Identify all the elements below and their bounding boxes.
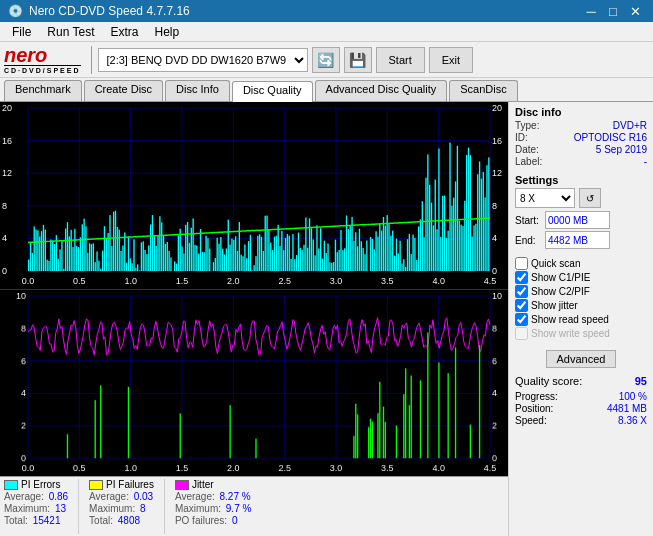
speed-display-label: Speed: — [515, 415, 547, 426]
pi-errors-total: Total: 15421 — [4, 515, 68, 526]
jitter-po-label: PO failures: — [175, 515, 227, 526]
legend-divider-1 — [78, 479, 79, 534]
speed-row: 8 X ↺ — [515, 188, 647, 208]
disc-id-row: ID: OPTODISC R16 — [515, 132, 647, 143]
show-read-speed-checkbox[interactable] — [515, 313, 528, 326]
disc-date-row: Date: 5 Sep 2019 — [515, 144, 647, 155]
pi-failures-average: Average: 0.03 — [89, 491, 154, 502]
disc-date-value: 5 Sep 2019 — [596, 144, 647, 155]
legend-jitter-header: Jitter — [175, 479, 251, 490]
jitter-color — [175, 480, 189, 490]
position-row: Position: 4481 MB — [515, 403, 647, 414]
settings-section: Settings 8 X ↺ Start: End: — [515, 174, 647, 251]
pi-failures-maximum: Maximum: 8 — [89, 503, 154, 514]
disc-type-label: Type: — [515, 120, 539, 131]
top-chart-canvas — [0, 102, 508, 289]
speed-display-row: Speed: 8.36 X — [515, 415, 647, 426]
close-button[interactable]: ✕ — [625, 2, 645, 20]
show-read-speed-label: Show read speed — [531, 314, 609, 325]
nero-logo-text: nero — [4, 45, 47, 65]
pi-failures-avg-value: 0.03 — [134, 491, 153, 502]
pi-errors-color — [4, 480, 18, 490]
quality-score-value: 95 — [635, 375, 647, 387]
right-panel: Disc info Type: DVD+R ID: OPTODISC R16 D… — [508, 102, 653, 536]
jitter-label: Jitter — [192, 479, 214, 490]
legend-pi-failures-header: PI Failures — [89, 479, 154, 490]
legend-pi-failures: PI Failures Average: 0.03 Maximum: 8 Tot… — [89, 479, 154, 527]
tab-disc-quality[interactable]: Disc Quality — [232, 81, 313, 102]
tab-bar: Benchmark Create Disc Disc Info Disc Qua… — [0, 78, 653, 102]
quick-scan-row: Quick scan — [515, 257, 647, 270]
exit-button[interactable]: Exit — [429, 47, 473, 73]
progress-value: 100 % — [619, 391, 647, 402]
pi-failures-color — [89, 480, 103, 490]
save-button[interactable]: 💾 — [344, 47, 372, 73]
show-c2pif-checkbox[interactable] — [515, 285, 528, 298]
show-write-speed-checkbox[interactable] — [515, 327, 528, 340]
speed-select[interactable]: 8 X — [515, 188, 575, 208]
start-button[interactable]: Start — [376, 47, 425, 73]
chart-bottom — [0, 289, 508, 477]
show-c1pie-label: Show C1/PIE — [531, 272, 590, 283]
nero-logo: nero CD·DVD/SPEED — [4, 45, 81, 74]
tab-disc-info[interactable]: Disc Info — [165, 80, 230, 101]
show-write-speed-row: Show write speed — [515, 327, 647, 340]
drive-select[interactable]: [2:3] BENQ DVD DD DW1620 B7W9 — [98, 48, 308, 72]
quick-scan-label: Quick scan — [531, 258, 580, 269]
tab-benchmark[interactable]: Benchmark — [4, 80, 82, 101]
pi-errors-total-label: Total: — [4, 515, 28, 526]
show-jitter-checkbox[interactable] — [515, 299, 528, 312]
refresh-button[interactable]: 🔄 — [312, 47, 340, 73]
tab-advanced-disc-quality[interactable]: Advanced Disc Quality — [315, 80, 448, 101]
disc-label-row: Label: - — [515, 156, 647, 167]
pi-errors-max-label: Maximum: — [4, 503, 50, 514]
end-input[interactable] — [545, 231, 610, 249]
speed-display-value: 8.36 X — [618, 415, 647, 426]
jitter-po-value: 0 — [232, 515, 238, 526]
show-read-speed-row: Show read speed — [515, 313, 647, 326]
pi-failures-max-value: 8 — [140, 503, 146, 514]
tab-create-disc[interactable]: Create Disc — [84, 80, 163, 101]
disc-type-value: DVD+R — [613, 120, 647, 131]
position-label: Position: — [515, 403, 553, 414]
quick-scan-checkbox[interactable] — [515, 257, 528, 270]
progress-section: Progress: 100 % Position: 4481 MB Speed:… — [515, 391, 647, 427]
start-input[interactable] — [545, 211, 610, 229]
start-label: Start: — [515, 215, 545, 226]
menu-run-test[interactable]: Run Test — [39, 23, 102, 41]
title-bar-controls: ─ □ ✕ — [581, 2, 645, 20]
pi-errors-max-value: 13 — [55, 503, 66, 514]
bottom-chart-canvas — [0, 290, 508, 477]
nero-logo-sub: CD·DVD/SPEED — [4, 65, 81, 74]
pi-failures-label: PI Failures — [106, 479, 154, 490]
pi-errors-maximum: Maximum: 13 — [4, 503, 68, 514]
app-title: Nero CD-DVD Speed 4.7.7.16 — [29, 4, 190, 18]
minimize-button[interactable]: ─ — [581, 2, 601, 20]
show-jitter-label: Show jitter — [531, 300, 578, 311]
menu-file[interactable]: File — [4, 23, 39, 41]
show-c1pie-checkbox[interactable] — [515, 271, 528, 284]
bottom-legend: PI Errors Average: 0.86 Maximum: 13 Tota… — [0, 476, 508, 536]
jitter-average: Average: 8.27 % — [175, 491, 251, 502]
restore-button[interactable]: □ — [603, 2, 623, 20]
advanced-button[interactable]: Advanced — [546, 350, 617, 368]
position-value: 4481 MB — [607, 403, 647, 414]
settings-title: Settings — [515, 174, 647, 186]
show-jitter-row: Show jitter — [515, 299, 647, 312]
pi-errors-label: PI Errors — [21, 479, 60, 490]
pi-errors-total-value: 15421 — [33, 515, 61, 526]
menu-help[interactable]: Help — [147, 23, 188, 41]
speed-refresh-button[interactable]: ↺ — [579, 188, 601, 208]
pi-errors-avg-value: 0.86 — [49, 491, 68, 502]
tab-scandisc[interactable]: ScanDisc — [449, 80, 517, 101]
legend-jitter: Jitter Average: 8.27 % Maximum: 9.7 % PO… — [175, 479, 251, 527]
show-c2pif-label: Show C2/PIF — [531, 286, 590, 297]
legend-divider-2 — [164, 479, 165, 534]
menu-extra[interactable]: Extra — [102, 23, 146, 41]
show-c1pie-row: Show C1/PIE — [515, 271, 647, 284]
menu-bar: File Run Test Extra Help — [0, 22, 653, 42]
end-label: End: — [515, 235, 545, 246]
quality-score-label: Quality score: — [515, 375, 582, 387]
quality-score-row: Quality score: 95 — [515, 375, 647, 387]
pi-failures-avg-label: Average: — [89, 491, 129, 502]
